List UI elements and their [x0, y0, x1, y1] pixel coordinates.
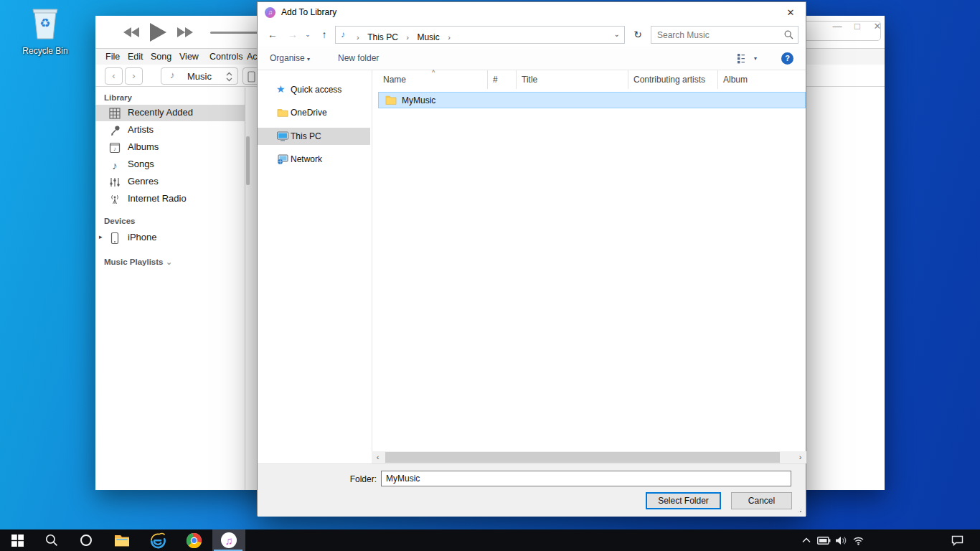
column-album[interactable]: Album	[718, 70, 806, 89]
column-number[interactable]: #	[488, 70, 517, 89]
sidebar-item-songs[interactable]: ♪ Songs	[95, 156, 245, 173]
svg-text:♫: ♫	[225, 534, 232, 547]
tray-show-hidden-icons[interactable]	[798, 529, 815, 551]
menu-controls[interactable]: Controls	[209, 49, 243, 65]
breadcrumb-music[interactable]: Music	[417, 32, 439, 42]
file-explorer-icon	[114, 534, 130, 547]
dialog-title: Add To Library	[281, 2, 336, 23]
rewind-button[interactable]	[123, 27, 141, 38]
disclosure-icon[interactable]: ▸	[99, 233, 103, 240]
genres-icon	[108, 176, 121, 189]
cortana-button[interactable]	[70, 529, 102, 551]
column-name[interactable]: Name	[374, 70, 488, 89]
song-note-icon: ♪	[108, 159, 121, 171]
sidebar-item-artists[interactable]: Artists	[95, 122, 245, 138]
dialog-titlebar[interactable]: ♫ Add To Library ✕	[258, 2, 806, 23]
recycle-bin-label: Recycle Bin	[17, 46, 73, 56]
music-note-icon: ♪	[341, 29, 345, 39]
sidebar-item-recently-added[interactable]: Recently Added	[95, 105, 245, 121]
breadcrumb-separator: ›	[443, 33, 456, 42]
nav-item-onedrive[interactable]: OneDrive	[258, 105, 370, 121]
horizontal-scrollbar[interactable]: ‹ ›	[372, 451, 806, 463]
dialog-close-button[interactable]: ✕	[781, 2, 800, 23]
music-playlists-header[interactable]: Music Playlists ⌄	[104, 257, 172, 267]
resize-grip[interactable]	[796, 507, 803, 514]
menu-edit[interactable]: Edit	[128, 49, 143, 65]
folder-label: Folder:	[341, 474, 377, 484]
fast-forward-button[interactable]	[176, 27, 193, 38]
radio-tower-icon	[108, 193, 121, 206]
recent-locations-dropdown[interactable]: ⌄	[302, 23, 314, 47]
chevron-up-icon	[802, 537, 811, 543]
cancel-button[interactable]: Cancel	[731, 492, 792, 509]
itunes-minimize-button[interactable]: —	[829, 17, 846, 36]
tray-volume[interactable]	[832, 529, 849, 551]
organise-button[interactable]: Organise ▾	[270, 47, 310, 70]
media-kind-dropdown[interactable]: ♪ Music	[161, 67, 238, 85]
sidebar-scrollbar-thumb[interactable]	[246, 136, 250, 185]
quick-access-star-icon: ★	[276, 83, 286, 95]
start-button[interactable]	[1, 529, 33, 551]
dialog-address-row: ← → ⌄ ↑ ♪ › This PC › Music › ⌄ ↻	[258, 23, 806, 47]
menu-song[interactable]: Song	[151, 49, 171, 65]
tray-wifi[interactable]	[849, 529, 867, 551]
up-button[interactable]: ↑	[316, 23, 332, 47]
column-title[interactable]: Title	[517, 70, 628, 89]
nav-item-network[interactable]: Network	[258, 151, 370, 167]
menu-file[interactable]: File	[105, 49, 120, 65]
refresh-button[interactable]: ↻	[631, 23, 645, 47]
itunes-back-button[interactable]: ‹	[105, 67, 123, 85]
sidebar-item-genres[interactable]: Genres	[95, 174, 245, 190]
scroll-right-icon[interactable]: ›	[794, 451, 806, 463]
address-bar[interactable]: ♪ › This PC › Music › ⌄	[335, 26, 625, 44]
folder-name-input[interactable]	[381, 471, 791, 486]
search-box[interactable]	[651, 26, 798, 44]
sidebar-item-internet-radio[interactable]: Internet Radio	[95, 191, 245, 207]
help-button[interactable]: ?	[781, 52, 793, 65]
internet-explorer-button[interactable]	[142, 529, 174, 551]
itunes-taskbar-button[interactable]: ♫	[212, 529, 245, 551]
recycle-bin[interactable]: ♻ Recycle Bin	[17, 6, 73, 56]
breadcrumb-separator: ›	[352, 33, 364, 42]
itunes-sidebar: Library Recently Added Artists ♪	[95, 88, 245, 490]
play-button[interactable]	[149, 22, 167, 42]
view-mode-dropdown-icon[interactable]: ▾	[754, 47, 757, 70]
column-contributing-artists[interactable]: Contributing artists	[628, 70, 718, 89]
forward-button[interactable]: →	[285, 23, 301, 47]
nav-item-this-pc[interactable]: This PC	[258, 128, 370, 145]
sidebar-item-albums[interactable]: ♪ Albums	[95, 139, 245, 156]
recycle-bin-icon: ♻	[29, 6, 62, 42]
address-dropdown-icon[interactable]: ⌄	[614, 30, 620, 38]
sort-ascending-icon: ^	[432, 69, 435, 76]
scroll-left-icon[interactable]: ‹	[372, 451, 384, 463]
select-folder-button[interactable]: Select Folder	[646, 492, 721, 509]
action-center-button[interactable]	[948, 529, 966, 551]
itunes-icon: ♫	[220, 532, 237, 549]
microphone-icon	[108, 124, 121, 137]
new-folder-button[interactable]: New folder	[338, 47, 379, 70]
sidebar-item-iphone[interactable]: ▸ iPhone	[95, 230, 245, 246]
battery-icon	[817, 537, 831, 545]
scrollbar-thumb[interactable]	[385, 452, 780, 463]
itunes-app-icon: ♫	[265, 7, 275, 18]
search-input[interactable]	[651, 27, 781, 43]
taskbar-search-button[interactable]	[36, 529, 67, 551]
breadcrumb-this-pc[interactable]: This PC	[367, 32, 398, 42]
file-explorer-button[interactable]	[106, 529, 138, 551]
tray-battery[interactable]	[815, 529, 832, 551]
file-row-mymusic[interactable]: MyMusic	[378, 92, 806, 108]
view-mode-icon[interactable]	[737, 53, 749, 64]
windows-logo-icon	[11, 534, 24, 547]
chrome-button[interactable]	[178, 529, 209, 551]
breadcrumb-separator: ›	[401, 33, 414, 42]
itunes-maximize-button[interactable]: □	[849, 17, 866, 36]
search-icon	[45, 534, 58, 547]
cortana-icon	[80, 534, 93, 547]
itunes-forward-button[interactable]: ›	[125, 67, 143, 85]
network-icon	[276, 153, 289, 166]
itunes-close-button[interactable]: ✕	[869, 17, 886, 36]
wifi-icon	[852, 536, 864, 545]
menu-view[interactable]: View	[179, 49, 199, 65]
back-button[interactable]: ←	[265, 23, 281, 47]
nav-item-quick-access[interactable]: ★ Quick access	[258, 82, 370, 98]
